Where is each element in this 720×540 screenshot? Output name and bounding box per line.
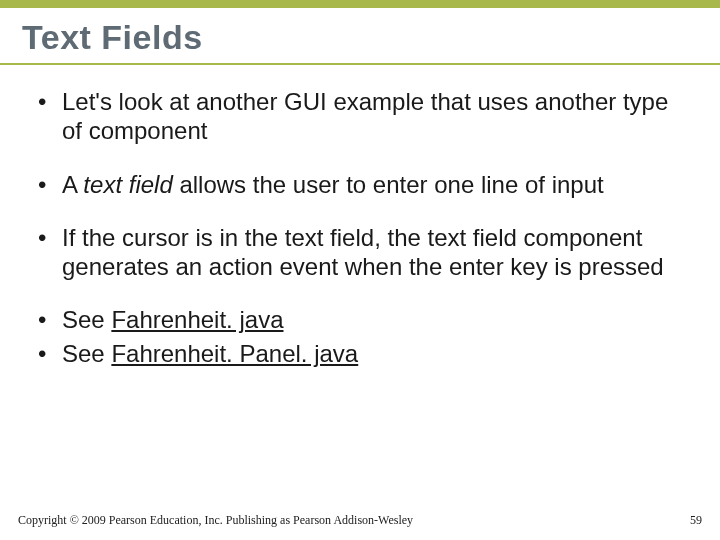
link-fahrenheit-panel-java[interactable]: Fahrenheit. Panel. java [111, 340, 358, 367]
copyright-text: Copyright © 2009 Pearson Education, Inc.… [18, 513, 413, 528]
bullet-text-pre: See [62, 306, 111, 333]
accent-topbar [0, 0, 720, 8]
bullet-text-pre: A [62, 171, 83, 198]
bullet-item: See Fahrenheit. Panel. java [38, 339, 690, 368]
bullet-text-italic: text field [83, 171, 172, 198]
footer: Copyright © 2009 Pearson Education, Inc.… [18, 513, 702, 528]
slide-title: Text Fields [22, 18, 698, 57]
bullet-item: A text field allows the user to enter on… [38, 170, 690, 199]
bullet-list: Let's look at another GUI example that u… [38, 87, 690, 368]
bullet-text-pre: See [62, 340, 111, 367]
bullet-item: Let's look at another GUI example that u… [38, 87, 690, 146]
page-number: 59 [690, 513, 702, 528]
bullet-item: If the cursor is in the text field, the … [38, 223, 690, 282]
slide-content: Let's look at another GUI example that u… [0, 65, 720, 368]
bullet-text: If the cursor is in the text field, the … [62, 224, 664, 280]
bullet-item: See Fahrenheit. java [38, 305, 690, 334]
bullet-text: Let's look at another GUI example that u… [62, 88, 668, 144]
bullet-text-post: allows the user to enter one line of inp… [173, 171, 604, 198]
title-block: Text Fields [0, 8, 720, 65]
link-fahrenheit-java[interactable]: Fahrenheit. java [111, 306, 283, 333]
